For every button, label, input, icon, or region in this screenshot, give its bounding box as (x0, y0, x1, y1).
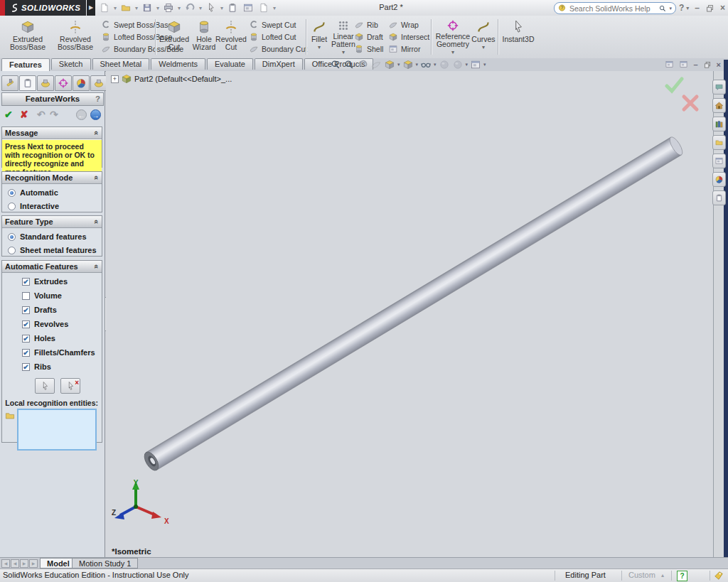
app-help-icon[interactable]: ? (679, 3, 684, 13)
previous-view-icon[interactable] (357, 59, 368, 70)
tag-icon[interactable] (714, 571, 724, 581)
appearances-scenes-button[interactable] (712, 172, 726, 187)
part-model-rod[interactable] (106, 71, 714, 558)
checkbox-fillets-chamfers[interactable]: ✔Fillets/Chamfers (22, 348, 102, 357)
featuremanager-tree-tab[interactable] (1, 75, 18, 91)
rebuild-icon[interactable] (226, 1, 239, 14)
undo-button[interactable]: ↶ (37, 109, 46, 121)
tab-evaluate[interactable]: Evaluate (207, 58, 253, 70)
tab-features[interactable]: Features (1, 58, 50, 71)
options-icon[interactable] (242, 1, 255, 14)
mirror-button[interactable]: Mirror (388, 43, 429, 54)
tree-root-item[interactable]: Part2 (Default<<Default>_... (134, 75, 232, 83)
zoom-to-area-icon[interactable] (343, 59, 355, 70)
graphics-viewport[interactable]: + Part2 (Default<<Default>_... Y X Z *Is… (106, 71, 714, 558)
first-tab-button[interactable]: ◀ (1, 559, 10, 568)
tab-weldments[interactable]: Weldments (151, 58, 205, 70)
lofted-cut-button[interactable]: Lofted Cut (249, 31, 307, 42)
tab-model[interactable]: Model (40, 558, 77, 568)
next-tab-button[interactable]: ▶ (20, 559, 28, 568)
properties-dropdown-icon[interactable]: ▾ (273, 5, 276, 11)
unit-system-dropdown[interactable]: Custom (628, 569, 655, 581)
radio-button-selected[interactable] (8, 233, 16, 241)
view-settings-icon[interactable] (470, 59, 481, 70)
apply-scene-dropdown-icon[interactable]: ▾ (466, 62, 469, 68)
radio-button[interactable] (8, 203, 16, 210)
view-orientation-dropdown-icon[interactable]: ▾ (397, 62, 400, 68)
curves-dropdown-icon[interactable]: ▾ (482, 44, 485, 51)
restore-document-icon[interactable] (703, 60, 712, 69)
checkbox-revolves[interactable]: ✔Revolves (22, 320, 102, 328)
checkbox-volume[interactable]: Volume (22, 291, 102, 300)
fillet-button[interactable]: Fillet ▾ (309, 18, 330, 56)
boundary-cut-button[interactable]: Boundary Cut (249, 43, 307, 54)
undo-icon[interactable] (183, 1, 196, 14)
open-icon[interactable] (119, 1, 132, 14)
dimxpertmanager-tab[interactable] (55, 75, 72, 91)
help-search-box[interactable]: ? ▾ (554, 2, 676, 14)
close-document-icon[interactable]: × (717, 60, 721, 69)
radio-automatic[interactable]: Automatic (8, 188, 102, 197)
draft-button[interactable]: Draft (354, 31, 383, 42)
select-dropdown-icon[interactable]: ▾ (220, 5, 223, 11)
instant3d-toggle-button[interactable]: Instant3D (500, 18, 536, 56)
reference-geometry-button[interactable]: ReferenceGeometry ▾ (434, 18, 472, 56)
edit-appearance-icon[interactable] (439, 59, 450, 70)
reference-geometry-dropdown-icon[interactable]: ▾ (451, 49, 454, 56)
file-properties-icon[interactable] (257, 1, 270, 14)
radio-interactive[interactable]: Interactive (8, 202, 102, 210)
curves-button[interactable]: Curves ▾ (471, 18, 496, 56)
print-dropdown-icon[interactable]: ▾ (178, 5, 181, 11)
confirm-ok-icon[interactable] (664, 77, 684, 94)
extruded-cut-button[interactable]: ExtrudedCut (158, 18, 191, 56)
unit-system-arrow-icon[interactable]: ▴ (661, 569, 664, 581)
tab-dimxpert[interactable]: DimXpert (255, 58, 303, 70)
view-palette-button[interactable] (712, 153, 726, 168)
linear-pattern-dropdown-icon[interactable]: ▾ (342, 49, 345, 56)
zoom-to-fit-icon[interactable] (330, 59, 341, 70)
search-icon[interactable] (658, 4, 667, 13)
solidworks-resources-button[interactable] (712, 98, 726, 113)
custom-properties-button[interactable] (712, 190, 726, 205)
extruded-boss-base-button[interactable]: ExtrudedBoss/Base (6, 18, 50, 56)
save-dropdown-icon[interactable]: ▾ (156, 5, 159, 11)
radio-sheet-metal-features[interactable]: Sheet metal features (8, 246, 102, 254)
search-dropdown-icon[interactable]: ▾ (669, 6, 672, 11)
quick-tips-help-icon[interactable]: ? (677, 571, 687, 581)
new-document-icon[interactable] (98, 1, 111, 14)
ok-button[interactable]: ✔ (4, 109, 13, 121)
tab-sketch[interactable]: Sketch (51, 58, 91, 70)
intersect-button[interactable]: Intersect (388, 31, 429, 42)
collapse-chevron-icon[interactable]: « (92, 264, 101, 269)
tab-sheet-metal[interactable]: Sheet Metal (92, 58, 150, 70)
doc-pane-right-icon[interactable] (679, 60, 688, 69)
select-icon[interactable] (205, 1, 218, 14)
display-style-dropdown-icon[interactable]: ▾ (416, 62, 419, 68)
confirm-cancel-icon[interactable] (681, 94, 700, 112)
collapse-chevron-icon[interactable]: « (92, 131, 101, 135)
restore-window-icon[interactable] (705, 4, 714, 13)
clear-selection-button[interactable]: × (60, 378, 80, 394)
last-tab-button[interactable]: ▶ (29, 559, 38, 568)
section-view-icon[interactable] (370, 59, 382, 70)
minimize-document-icon[interactable]: – (693, 60, 697, 69)
collapse-chevron-icon[interactable]: « (92, 220, 101, 224)
checkbox-drafts[interactable]: ✔Drafts (22, 306, 102, 314)
hole-wizard-button[interactable]: HoleWizard (191, 18, 218, 56)
search-input[interactable] (568, 4, 656, 14)
tree-expand-icon[interactable]: + (111, 75, 119, 83)
propertymanager-tab[interactable] (19, 75, 36, 91)
revolved-boss-base-button[interactable]: RevolvedBoss/Base (53, 18, 98, 56)
help-dropdown-icon[interactable]: ▾ (686, 5, 689, 11)
next-button[interactable]: → (90, 109, 101, 120)
rib-button[interactable]: Rib (354, 19, 383, 30)
recognition-mode-header[interactable]: Recognition Mode « (2, 172, 102, 184)
solidworks-forum-button[interactable] (712, 80, 726, 95)
collapse-chevron-icon[interactable]: « (92, 176, 101, 180)
print-icon[interactable] (162, 1, 175, 14)
apply-scene-icon[interactable] (452, 59, 464, 70)
close-window-icon[interactable]: × (720, 3, 725, 13)
design-library-button[interactable] (712, 117, 726, 131)
previous-tab-button[interactable]: ◀ (11, 559, 19, 568)
checkbox-holes[interactable]: ✔Holes (22, 334, 102, 343)
